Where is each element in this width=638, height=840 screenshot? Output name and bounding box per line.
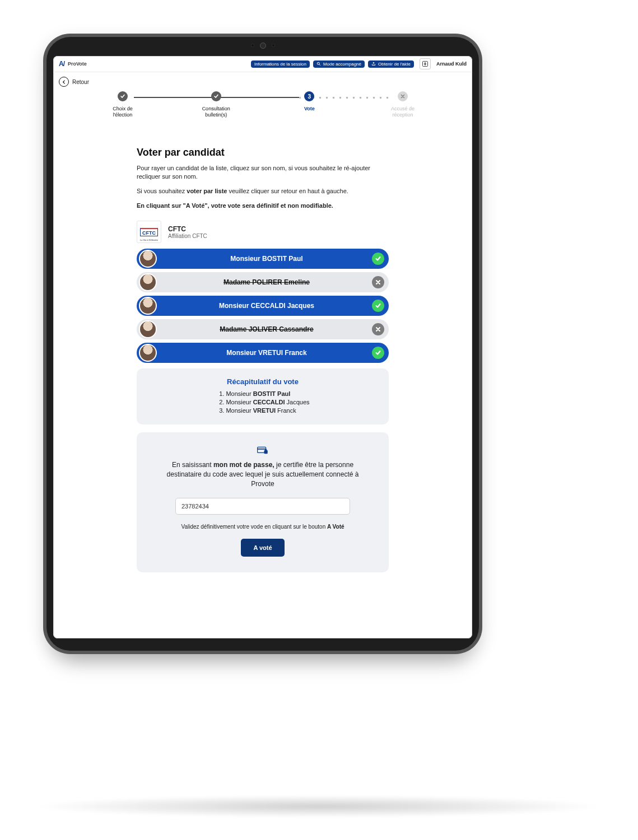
- check-icon: [120, 94, 125, 99]
- instructions-2: Si vous souhaitez voter par liste veuill…: [137, 187, 389, 196]
- step-3-label: Vote: [292, 106, 326, 112]
- step-3-dot: 3: [304, 91, 314, 101]
- arrow-left-icon: [62, 80, 67, 85]
- candidate-avatar: [139, 273, 157, 291]
- instructions-1: Pour rayer un candidat de la liste, cliq…: [137, 164, 389, 182]
- password-lead: En saisissant mon mot de passe, je certi…: [159, 460, 366, 488]
- instructions-3: En cliquant sur "A Voté", votre vote ser…: [137, 202, 389, 211]
- step-2-dot: [211, 91, 221, 101]
- candidate-avatar: [139, 250, 157, 268]
- header-actions: Informations de la session Mode accompag…: [251, 60, 414, 68]
- user-name[interactable]: Arnaud Kuld: [436, 61, 467, 67]
- brand: A/ ProVote: [59, 60, 87, 68]
- password-input[interactable]: [175, 498, 350, 515]
- top-bar: A/ ProVote Informations de la session Mo…: [53, 56, 472, 72]
- step-1-label: Choix de l'élection: [106, 106, 139, 119]
- candidate-row[interactable]: Madame JOLIVER Cassandre: [137, 319, 389, 339]
- candidate-row[interactable]: Monsieur BOSTIT Paul: [137, 249, 389, 269]
- app-name: ProVote: [68, 61, 87, 67]
- get-help-button[interactable]: Obtenir de l'aide: [368, 60, 414, 68]
- x-icon: [400, 94, 406, 99]
- list-logo: CFTC La Vie à Défendre: [137, 221, 161, 243]
- accessibility-icon: [422, 60, 429, 67]
- candidate-avatar: [139, 344, 157, 362]
- svg-point-0: [317, 62, 319, 64]
- svg-rect-4: [258, 449, 266, 450]
- recap-title: Récapitulatif du vote: [147, 377, 379, 386]
- selected-check-icon: [372, 347, 384, 359]
- selected-check-icon: [372, 300, 384, 312]
- candidate-avatar: [139, 297, 157, 315]
- logo-icon: A/: [59, 60, 64, 68]
- step-3: 3 Vote: [292, 91, 326, 119]
- step-4-label: Accusé de réception: [386, 106, 420, 119]
- list-header: CFTC La Vie à Défendre CFTC Affiliation …: [137, 221, 389, 243]
- candidate-name: Monsieur CECCALDI Jacques: [161, 302, 372, 310]
- selected-check-icon: [372, 253, 384, 265]
- device-shadow: [34, 795, 604, 818]
- tablet-camera: [243, 43, 282, 48]
- back-row: Retour: [53, 72, 472, 91]
- candidate-name: Madame POLIRER Emeline: [161, 278, 372, 286]
- accessibility-button[interactable]: [420, 58, 431, 69]
- step-2: Consultation bulletin(s): [199, 91, 233, 119]
- card-lock-icon: [159, 446, 366, 455]
- search-icon: [316, 62, 321, 66]
- page-title: Voter par candidat: [137, 147, 389, 158]
- recap-item: Monsieur VRETUI Franck: [226, 407, 309, 414]
- tablet-frame: A/ ProVote Informations de la session Mo…: [43, 34, 482, 654]
- candidate-name: Monsieur VRETUI Franck: [161, 349, 372, 357]
- candidate-name: Madame JOLIVER Cassandre: [161, 325, 372, 333]
- removed-x-icon: [372, 323, 384, 335]
- session-info-button[interactable]: Informations de la session: [251, 60, 310, 68]
- recap-item: Monsieur BOSTIT Paul: [226, 390, 309, 397]
- candidate-avatar: [139, 320, 157, 338]
- recap-item: Monsieur CECCALDI Jacques: [226, 399, 309, 405]
- share-icon: [371, 62, 376, 66]
- step-4-dot: [398, 91, 408, 101]
- check-icon: [213, 94, 219, 99]
- candidate-row[interactable]: Madame POLIRER Emeline: [137, 272, 389, 292]
- step-2-label: Consultation bulletin(s): [199, 106, 233, 119]
- candidate-row[interactable]: Monsieur CECCALDI Jacques: [137, 296, 389, 316]
- main-content: Voter par candidat Pour rayer un candida…: [137, 147, 389, 572]
- back-label[interactable]: Retour: [72, 79, 89, 85]
- svg-line-1: [319, 64, 320, 66]
- list-name: CFTC: [168, 225, 207, 233]
- vote-recap: Récapitulatif du vote Monsieur BOSTIT Pa…: [137, 368, 389, 424]
- removed-x-icon: [372, 276, 384, 288]
- password-panel: En saisissant mon mot de passe, je certi…: [137, 432, 389, 572]
- progress-stepper: Choix de l'élection Consultation bulleti…: [106, 91, 420, 136]
- back-button[interactable]: [59, 77, 69, 87]
- step-1: Choix de l'élection: [106, 91, 139, 119]
- password-hint: Validez définitivement votre vode en cli…: [159, 524, 366, 530]
- candidate-name: Monsieur BOSTIT Paul: [161, 255, 372, 263]
- step-4: Accusé de réception: [386, 91, 420, 119]
- list-affiliation: Affiliation CFTC: [168, 233, 207, 239]
- assisted-mode-button[interactable]: Mode accompagné: [313, 60, 365, 68]
- app-screen: A/ ProVote Informations de la session Mo…: [53, 56, 472, 638]
- step-1-dot: [118, 91, 128, 101]
- vote-submit-button[interactable]: A voté: [241, 539, 284, 557]
- candidate-row[interactable]: Monsieur VRETUI Franck: [137, 343, 389, 363]
